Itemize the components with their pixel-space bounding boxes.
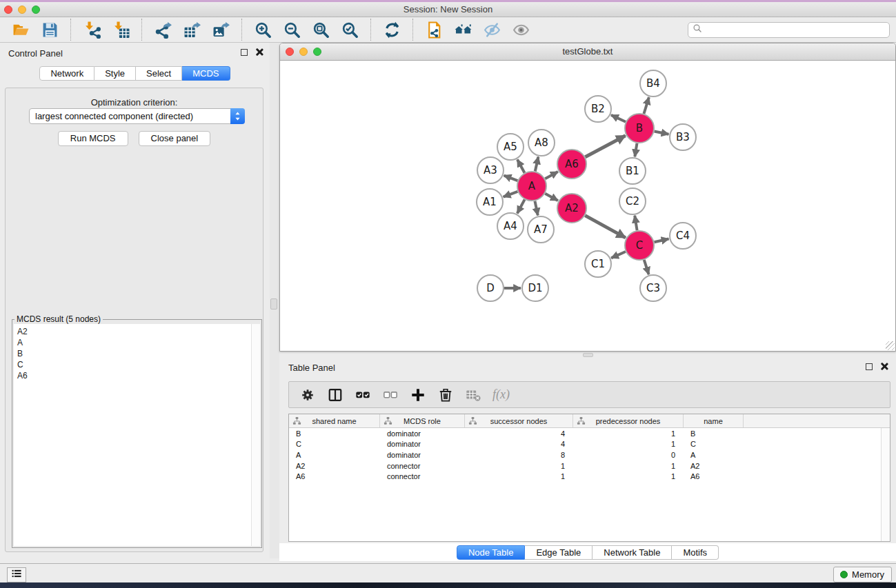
export-network-button[interactable] <box>154 21 172 39</box>
table-tab-motifs[interactable]: Motifs <box>672 545 719 560</box>
search-box[interactable] <box>688 22 890 38</box>
graph-edge-A-A8[interactable] <box>535 156 539 171</box>
show-panels-button[interactable] <box>7 567 26 582</box>
close-panel-icon[interactable] <box>255 48 263 56</box>
graph-node-C2[interactable]: C2 <box>619 188 646 214</box>
horizontal-split-grip[interactable] <box>583 353 593 357</box>
create-column-button[interactable] <box>410 387 426 403</box>
graph-edge-A-A7[interactable] <box>535 201 537 216</box>
graph-edge-A2-C[interactable] <box>585 216 626 238</box>
graph-edge-C-C3[interactable] <box>644 260 649 274</box>
graph-edge-A-A5[interactable] <box>517 159 524 172</box>
graph-node-C1[interactable]: C1 <box>585 251 611 277</box>
graph-node-C[interactable]: C <box>625 231 654 260</box>
mcds-result-scrollbar[interactable] <box>251 324 260 546</box>
graph-node-B2[interactable]: B2 <box>585 96 611 122</box>
graph-edge-A-A1[interactable] <box>504 192 518 197</box>
graph-edge-A6-B[interactable] <box>585 136 625 157</box>
graph-node-A1[interactable]: A1 <box>477 189 503 215</box>
graph-edge-C-C2[interactable] <box>635 216 637 231</box>
graph-edge-A-A2[interactable] <box>545 194 558 201</box>
tab-style[interactable]: Style <box>94 66 136 81</box>
table-tab-node-table[interactable]: Node Table <box>457 545 526 560</box>
graph-edge-C-C1[interactable] <box>611 252 626 258</box>
network-canvas[interactable]: B4B2BB3A8A5A6A3B1AC2A1A2A4A7C4CC1C3DD1 <box>280 61 895 351</box>
graph-node-A2[interactable]: A2 <box>557 194 586 223</box>
float-table-panel-icon[interactable] <box>866 363 873 370</box>
graph-node-B[interactable]: B <box>625 114 654 143</box>
tab-network[interactable]: Network <box>39 66 94 81</box>
column-header-shared_name[interactable]: shared name <box>289 414 380 427</box>
network-resize-grip[interactable] <box>886 341 895 350</box>
graph-node-A8[interactable]: A8 <box>528 130 555 156</box>
zoom-in-button[interactable] <box>254 21 272 39</box>
graph-node-D1[interactable]: D1 <box>522 275 548 301</box>
graph-node-D[interactable]: D <box>477 275 504 301</box>
zoom-selected-button[interactable] <box>341 21 359 39</box>
table-settings-button[interactable] <box>299 387 316 403</box>
run-mcds-button[interactable]: Run MCDS <box>58 131 128 146</box>
graph-node-A3[interactable]: A3 <box>477 157 504 183</box>
zoom-fit-button[interactable] <box>312 21 330 39</box>
mcds-result-item[interactable]: B <box>17 348 260 359</box>
save-session-button[interactable] <box>41 21 59 39</box>
network-overview-button[interactable] <box>454 21 472 39</box>
table-row-B[interactable]: Bdominator41B <box>289 428 890 439</box>
deselect-all-rows-button[interactable] <box>382 387 399 403</box>
split-panel-button[interactable] <box>327 387 344 403</box>
delete-column-button[interactable] <box>437 387 454 403</box>
graph-edge-A-A3[interactable] <box>504 176 518 181</box>
graph-node-B4[interactable]: B4 <box>640 70 666 97</box>
hide-graphics-details-button[interactable] <box>483 21 501 39</box>
divider-grip[interactable] <box>270 298 277 310</box>
mcds-result-item[interactable]: C <box>17 359 260 370</box>
graph-node-A4[interactable]: A4 <box>497 213 524 239</box>
graph-edge-C-C4[interactable] <box>654 239 668 243</box>
table-tab-edge-table[interactable]: Edge Table <box>525 545 593 560</box>
refresh-layout-button[interactable] <box>383 21 401 39</box>
graph-edge-A-A6[interactable] <box>545 172 558 179</box>
export-table-button[interactable] <box>183 21 201 39</box>
memory-button[interactable]: Memory <box>833 567 892 582</box>
mcds-result-item[interactable]: A <box>17 337 260 348</box>
float-panel-icon[interactable] <box>241 49 248 56</box>
table-row-A2[interactable]: A2connector11A2 <box>289 460 890 472</box>
tab-mcds[interactable]: MCDS <box>182 66 230 81</box>
column-header-successor_nodes[interactable]: successor nodes <box>465 414 573 427</box>
zoom-out-button[interactable] <box>283 21 301 39</box>
graph-node-A6[interactable]: A6 <box>557 150 586 179</box>
close-panel-button[interactable]: Close panel <box>139 131 211 146</box>
mcds-result-item[interactable]: A2 <box>17 326 260 337</box>
graph-node-A[interactable]: A <box>517 172 546 201</box>
export-image-button[interactable] <box>212 21 230 39</box>
panel-divider[interactable] <box>270 43 279 558</box>
open-file-button[interactable] <box>12 21 30 39</box>
import-table-button[interactable] <box>112 21 130 39</box>
column-header-name[interactable]: name <box>684 414 744 427</box>
graph-node-B1[interactable]: B1 <box>619 158 646 184</box>
graph-edge-B-B2[interactable] <box>611 115 626 122</box>
table-scrollbar[interactable] <box>881 428 890 541</box>
mcds-result-item[interactable]: A6 <box>17 370 260 381</box>
graph-edge-A-A4[interactable] <box>517 199 525 213</box>
table-tab-network-table[interactable]: Network Table <box>593 545 672 560</box>
graph-edge-B-B1[interactable] <box>635 143 637 157</box>
close-table-panel-icon[interactable] <box>880 363 888 370</box>
import-network-button[interactable] <box>83 21 101 39</box>
tab-select[interactable]: Select <box>136 66 182 81</box>
table-row-A[interactable]: Adominator80A <box>289 449 890 460</box>
column-header-mcds_role[interactable]: MCDS role <box>380 414 465 427</box>
graph-node-C4[interactable]: C4 <box>670 223 696 249</box>
table-row-A6[interactable]: A6connector11A6 <box>289 471 890 482</box>
criterion-dropdown[interactable]: largest connected component (directed) <box>29 108 245 124</box>
graph-edge-B-B3[interactable] <box>655 131 669 134</box>
graph-edge-B-B4[interactable] <box>644 97 648 114</box>
graph-node-C3[interactable]: C3 <box>640 275 666 301</box>
graph-node-A5[interactable]: A5 <box>497 134 524 160</box>
column-header-predecessor_nodes[interactable]: predecessor nodes <box>573 414 684 427</box>
graph-node-B3[interactable]: B3 <box>670 124 696 150</box>
select-all-rows-button[interactable] <box>355 387 371 403</box>
search-input[interactable] <box>706 25 885 35</box>
graph-node-A7[interactable]: A7 <box>528 216 554 243</box>
new-network-from-selection-button[interactable] <box>425 21 443 39</box>
